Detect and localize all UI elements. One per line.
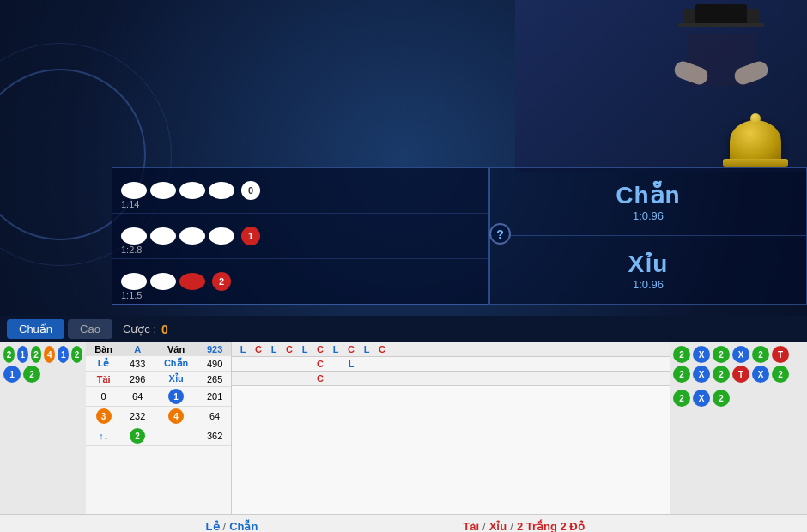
hdr-C-3: C <box>312 344 328 354</box>
badge-1-2: 1 <box>58 346 69 363</box>
hdr2-2 <box>251 359 266 369</box>
xiu-box[interactable]: Xỉu 1:0.96 <box>490 236 806 304</box>
stats-table: Bàn A Ván 923 Lẻ 433 Chẵn 490 Tài <box>86 342 232 514</box>
hdr-empty-3 <box>421 344 436 354</box>
dealer-area <box>515 0 807 172</box>
summary-row: Lẻ / Chẵn Tài / Xỉu / 2 Trắng 2 Đỏ <box>0 514 807 532</box>
grid-header-2: C L <box>232 357 670 372</box>
hdr-L-2: L <box>266 344 282 354</box>
hdr3-1 <box>235 373 251 384</box>
xiu-label: Xỉu <box>628 250 669 278</box>
grid-header: L C L C L C L C L C <box>232 342 670 357</box>
row-0-c: 201 <box>198 387 231 407</box>
grid-col: L C L C L C L C L C <box>232 342 670 514</box>
badge-4-inline: 4 <box>168 408 184 424</box>
row-sort-a: 2 <box>121 426 154 446</box>
badge-0: 0 <box>241 181 260 200</box>
row-sort-b <box>154 426 198 446</box>
chan-odds: 1:0.96 <box>633 209 664 222</box>
row-3-label: 3 <box>86 407 121 426</box>
rb-T-1: T <box>772 346 789 363</box>
hdr-L-3: L <box>297 344 312 354</box>
hdr2-4 <box>282 359 297 369</box>
dice-2-2 <box>150 273 176 290</box>
row-0-label: 0 <box>86 387 121 407</box>
stats-row-3: 3 232 4 64 <box>86 407 231 426</box>
tab-cao[interactable]: Cao <box>68 319 112 339</box>
data-area: 2 1 2 4 1 2 1 2 Bàn A Ván 923 <box>0 342 807 514</box>
grid-header-3: C <box>232 372 670 386</box>
rb-2-3: 2 <box>752 346 769 363</box>
badge-2: 2 <box>212 272 231 291</box>
hdr2-3 <box>266 359 282 369</box>
rb-X-4: X <box>752 366 769 383</box>
question-mark: ? <box>489 223 511 245</box>
row-3-b: 4 <box>154 407 198 426</box>
dice-0-4 <box>209 182 234 199</box>
dice-1-2 <box>150 227 176 245</box>
tab-chuan[interactable]: Chuẩn <box>7 319 64 339</box>
sum-div-2: / <box>482 520 486 532</box>
row-sort-c: 362 <box>198 426 231 446</box>
badge-4-1: 4 <box>44 346 55 363</box>
dome-base <box>723 159 788 167</box>
rb-2-1: 2 <box>673 346 690 363</box>
rb-T-2: T <box>732 366 749 383</box>
tab-bar: Chuẩn Cao Cược : 0 <box>0 316 807 342</box>
rb-2-7: 2 <box>673 390 690 407</box>
rb-2-2: 2 <box>713 346 730 363</box>
badge-row-2: 1 2 <box>3 366 82 383</box>
rb-Đ-1: X <box>693 390 710 407</box>
odds-1: 1:2.8 <box>121 245 142 255</box>
game-table: 0 1:14 1 1:2.8 2 1:1.5 ? Chẵn 1:0.96 <box>112 167 807 313</box>
hdr-L-4: L <box>328 344 343 354</box>
row-tai-c: 265 <box>198 372 231 387</box>
badge-2-1: 2 <box>3 346 15 363</box>
sum-le: Lẻ <box>206 520 220 532</box>
row-le-a: 433 <box>121 356 154 372</box>
col-header-ban: Bàn <box>86 342 121 356</box>
odds-0: 1:14 <box>121 199 139 209</box>
rb-2-5: 2 <box>713 366 730 383</box>
rb-X-2: X <box>732 346 749 363</box>
dice-1-1 <box>121 227 147 245</box>
rb-2-8: 2 <box>713 390 730 407</box>
dice-2-3 <box>179 273 205 290</box>
badge-1-3: 1 <box>3 366 21 383</box>
summary-left: Lẻ / Chẵn <box>86 515 378 532</box>
hdr-empty-2 <box>405 344 421 354</box>
dice-row-1: 1 1:2.8 <box>112 214 488 259</box>
hdr3-2 <box>251 373 266 384</box>
col-header-van: Ván <box>154 342 198 356</box>
dice-0-1 <box>121 182 147 199</box>
row-tai-label: Tài <box>86 372 121 387</box>
xiu-odds: 1:0.96 <box>633 278 664 291</box>
hdr2-C: C <box>312 359 328 369</box>
hdr-C-2: C <box>282 344 297 354</box>
summary-right: Tài / Xỉu / 2 Trắng 2 Đỏ <box>378 515 670 532</box>
dice-1-4 <box>209 227 234 245</box>
chan-box[interactable]: Chẵn 1:0.96 <box>490 168 806 236</box>
row-3-c: 64 <box>198 407 231 426</box>
hdr-C-4: C <box>343 344 359 354</box>
hdr-empty-4 <box>436 344 452 354</box>
row-le-label: Lẻ <box>86 356 121 372</box>
row-3-a: 232 <box>121 407 154 426</box>
badge-1: 1 <box>241 227 260 245</box>
row-tai-a: 296 <box>121 372 154 387</box>
hdr3-4 <box>282 373 297 384</box>
hdr2-1 <box>235 359 251 369</box>
badge-3-inline: 3 <box>96 408 112 424</box>
badge-1-1: 1 <box>17 346 28 363</box>
hdr-empty-5 <box>452 344 467 354</box>
rb-X-1: X <box>693 346 710 363</box>
sum-spacer-2 <box>670 515 807 532</box>
chan-xiu-panel: Chẵn 1:0.96 Xỉu 1:0.96 <box>489 167 807 305</box>
odds-2: 1:1.5 <box>121 290 142 300</box>
badge-2-3: 2 <box>71 346 82 363</box>
hdr2-5 <box>297 359 312 369</box>
row-tai-b: Xỉu <box>154 372 198 387</box>
sum-spacer-1 <box>0 515 86 532</box>
sum-chan: Chẵn <box>229 520 258 532</box>
cuoc-value: 0 <box>161 323 168 336</box>
